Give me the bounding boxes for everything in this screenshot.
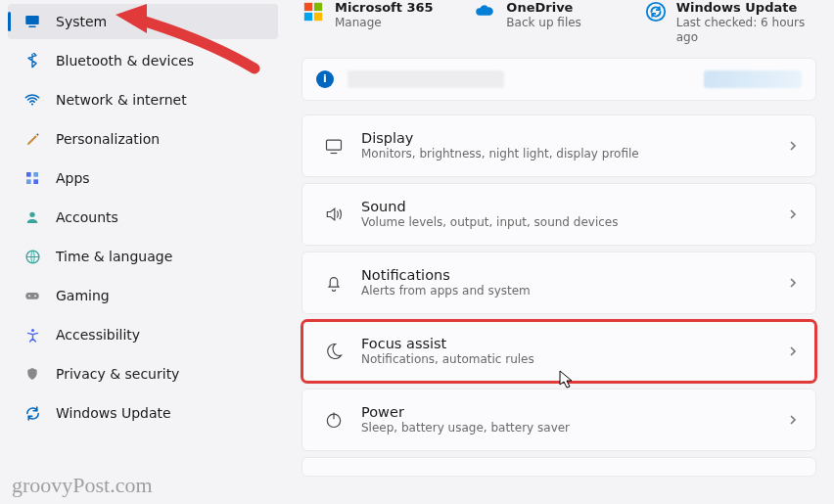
chevron-right-icon [786, 209, 800, 219]
card-title: Sound [361, 198, 786, 216]
sidebar-item-apps[interactable]: Apps [8, 160, 278, 196]
brush-icon [22, 128, 43, 150]
wifi-icon [22, 89, 43, 111]
svg-point-7 [29, 212, 34, 217]
sidebar-item-label: Apps [56, 170, 90, 186]
info-icon: i [316, 70, 334, 88]
quick-title: Microsoft 365 [335, 0, 434, 16]
svg-rect-13 [304, 3, 312, 11]
display-icon [312, 136, 355, 156]
info-banner[interactable]: i [301, 58, 816, 101]
apps-icon [22, 167, 43, 189]
svg-rect-6 [33, 179, 38, 184]
moon-icon [312, 342, 355, 361]
sidebar-item-accessibility[interactable]: Accessibility [8, 317, 278, 352]
person-icon [22, 206, 43, 228]
sidebar-item-system[interactable]: System [8, 4, 278, 39]
chevron-right-icon [786, 415, 800, 425]
svg-point-11 [34, 295, 36, 297]
svg-rect-16 [314, 13, 322, 21]
settings-card-partial[interactable] [301, 457, 816, 477]
card-sub: Notifications, automatic rules [361, 352, 786, 368]
card-sub: Sleep, battery usage, battery saver [361, 421, 786, 436]
quick-title: OneDrive [506, 0, 581, 16]
svg-rect-15 [304, 13, 312, 21]
svg-point-17 [647, 3, 665, 21]
svg-rect-18 [327, 140, 342, 150]
settings-card-notifications[interactable]: Notifications Alerts from apps and syste… [301, 252, 816, 314]
quick-card-onedrive[interactable]: OneDrive Back up files [473, 0, 623, 46]
sidebar-item-label: Privacy & security [56, 366, 179, 382]
update-icon [22, 402, 43, 424]
quick-sub: Manage [335, 16, 434, 31]
gamepad-icon [22, 285, 43, 306]
quick-row: Microsoft 365 Manage OneDrive Back up fi… [301, 0, 816, 58]
sidebar-item-accounts[interactable]: Accounts [8, 200, 278, 235]
svg-point-10 [28, 295, 30, 297]
sidebar-item-label: Gaming [56, 288, 110, 303]
sidebar-item-personalization[interactable]: Personalization [8, 121, 278, 157]
card-title: Display [361, 129, 786, 148]
main-content: Microsoft 365 Manage OneDrive Back up fi… [284, 0, 834, 504]
card-title: Notifications [361, 266, 786, 285]
sidebar: System Bluetooth & devices Network & int… [0, 0, 284, 504]
settings-card-power[interactable]: Power Sleep, battery usage, battery save… [301, 389, 816, 451]
card-title: Power [361, 403, 786, 422]
banner-redacted-text [348, 70, 504, 88]
sidebar-item-label: System [56, 14, 107, 29]
svg-point-2 [31, 103, 33, 105]
settings-card-focus-assist[interactable]: Focus assist Notifications, automatic ru… [301, 320, 816, 383]
sidebar-item-label: Personalization [56, 131, 160, 147]
sidebar-item-label: Bluetooth & devices [56, 53, 194, 69]
monitor-icon [22, 11, 43, 32]
quick-title: Windows Update [676, 0, 816, 16]
banner-redacted-link [704, 70, 802, 88]
svg-rect-5 [26, 179, 31, 184]
bluetooth-icon [22, 50, 43, 71]
sidebar-item-gaming[interactable]: Gaming [8, 278, 278, 313]
quick-sub: Back up files [506, 16, 581, 31]
chevron-right-icon [786, 278, 800, 288]
sidebar-item-label: Network & internet [56, 92, 187, 108]
sidebar-item-update[interactable]: Windows Update [8, 395, 278, 431]
power-icon [312, 410, 355, 430]
globe-icon [22, 246, 43, 267]
svg-point-12 [30, 328, 33, 331]
quick-card-windows-update[interactable]: Windows Update Last checked: 6 hours ago [645, 0, 816, 46]
sidebar-item-label: Accounts [56, 209, 118, 225]
sidebar-item-time[interactable]: Time & language [8, 239, 278, 274]
shield-icon [22, 363, 43, 385]
card-sub: Alerts from apps and system [361, 284, 786, 299]
settings-card-sound[interactable]: Sound Volume levels, output, input, soun… [301, 183, 816, 246]
card-title: Focus assist [361, 335, 786, 353]
microsoft-365-icon [301, 0, 325, 23]
sidebar-item-bluetooth[interactable]: Bluetooth & devices [8, 43, 278, 78]
svg-rect-14 [314, 3, 322, 11]
quick-sub: Last checked: 6 hours ago [676, 16, 816, 46]
sidebar-item-label: Accessibility [56, 327, 140, 343]
bell-icon [312, 273, 355, 293]
svg-rect-1 [28, 26, 36, 28]
sidebar-item-network[interactable]: Network & internet [8, 82, 278, 117]
sidebar-item-label: Windows Update [56, 405, 171, 421]
svg-rect-3 [26, 172, 31, 177]
svg-rect-9 [25, 293, 39, 299]
quick-card-microsoft365[interactable]: Microsoft 365 Manage [301, 0, 451, 46]
chevron-right-icon [786, 141, 800, 151]
svg-rect-0 [25, 16, 39, 24]
sidebar-item-label: Time & language [56, 249, 172, 264]
sound-icon [312, 205, 355, 224]
accessibility-icon [22, 324, 43, 345]
settings-card-display[interactable]: Display Monitors, brightness, night ligh… [301, 115, 816, 177]
onedrive-icon [473, 0, 496, 23]
chevron-right-icon [786, 346, 800, 356]
svg-rect-4 [33, 172, 38, 177]
update-icon [645, 0, 667, 23]
card-sub: Volume levels, output, input, sound devi… [361, 215, 786, 231]
card-sub: Monitors, brightness, night light, displ… [361, 147, 786, 162]
sidebar-item-privacy[interactable]: Privacy & security [8, 356, 278, 391]
